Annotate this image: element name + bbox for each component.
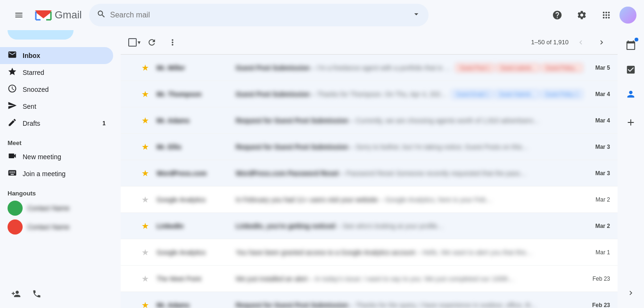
sidebar-item-drafts[interactable]: Drafts 1	[0, 115, 113, 132]
keyboard-icon	[8, 168, 17, 180]
hangout-contact-1[interactable]: Contact Name	[0, 199, 121, 218]
next-page-button[interactable]	[593, 34, 610, 51]
email-preview: – In today's issue: I want to say to you…	[309, 275, 515, 283]
collapse-panel-button[interactable]	[619, 282, 642, 304]
hangout-name-2: Contact Name	[27, 223, 69, 231]
prev-page-button[interactable]	[572, 34, 589, 51]
email-subject: Guest Post Submission	[236, 90, 310, 98]
email-subject: You have been granted access to a Google…	[236, 249, 415, 256]
email-tag: Guest Email 1	[452, 90, 493, 98]
sender-name: Mr. Adams	[157, 301, 232, 308]
email-preview: – Google Analytics, here is your Feb…	[380, 196, 493, 203]
settings-button[interactable]	[570, 4, 593, 26]
email-subject: In February you had 11+ users visit your…	[236, 196, 378, 203]
email-subject: Request for Guest Post Submission	[236, 301, 348, 308]
topbar: Gmail	[121, 0, 618, 30]
sidebar: Compose Inbox Starred Snoozed Sent	[0, 0, 121, 308]
content-area: Gmail	[121, 0, 618, 308]
tasks-panel-button[interactable]	[619, 58, 642, 81]
sender-name: Mr. Ellis	[157, 143, 232, 151]
email-preview: – See who's looking at your profile…	[337, 222, 444, 230]
email-row[interactable]: ★ WordPress.com WordPress.com Password R…	[121, 160, 618, 186]
more-options-button[interactable]	[163, 33, 182, 52]
email-subject: Guest Post Submission	[236, 64, 310, 72]
right-panel	[618, 0, 644, 308]
sender-name: Google Analytics	[157, 249, 232, 256]
contacts-panel-button[interactable]	[619, 83, 642, 105]
sender-name: Mr. Miller	[157, 64, 232, 72]
sidebar-item-new-meeting[interactable]: New meeting	[0, 148, 113, 165]
app-wrapper: Compose Inbox Starred Snoozed Sent	[0, 0, 644, 308]
add-people-button[interactable]	[8, 285, 25, 302]
apps-button[interactable]	[595, 4, 618, 26]
email-preview: – Sorry to bother, but I'm taking notice…	[350, 143, 529, 151]
sidebar-item-label: Inbox	[23, 52, 40, 59]
email-subject: Request for Guest Post Submission	[236, 143, 348, 151]
star-toggle[interactable]: ★	[141, 168, 153, 178]
sidebar-item-label: Snoozed	[23, 86, 49, 93]
hangout-avatar-1	[8, 201, 23, 216]
sidebar-item-snoozed[interactable]: Snoozed	[0, 81, 113, 98]
email-row[interactable]: ★ LinkedIn LinkedIn, you're getting noti…	[121, 213, 618, 239]
star-toggle[interactable]: ★	[141, 195, 153, 205]
select-all-check: ▾	[128, 38, 140, 47]
hangout-contact-2[interactable]: Contact Name	[0, 218, 121, 236]
sender-name: Google Analytics	[157, 196, 232, 203]
calendar-panel-button[interactable]	[619, 34, 642, 57]
search-input[interactable]	[121, 11, 408, 19]
sidebar-item-label: Join a meeting	[23, 170, 66, 178]
row-check	[128, 195, 138, 204]
select-chevron[interactable]: ▾	[138, 39, 140, 46]
sidebar-item-starred[interactable]: Starred	[0, 64, 113, 81]
star-toggle[interactable]: ★	[141, 142, 153, 152]
email-preview: – Currently, we are choosing agents wort…	[350, 117, 540, 124]
email-tag: Guest submit...	[496, 64, 539, 72]
sender-name: Mr. Thompson	[157, 90, 232, 98]
star-toggle[interactable]: ★	[141, 247, 153, 258]
email-row[interactable]: ★ Mr. Adams Request for Guest Post Submi…	[121, 107, 618, 134]
email-row[interactable]: ★ Mr. Ellis Request for Guest Post Submi…	[121, 134, 618, 160]
pagination: 1–50 of 1,910	[531, 34, 610, 51]
hangout-name-1: Contact Name	[27, 204, 69, 212]
email-row[interactable]: ★ Mr. Miller Guest Post Submission – I'm…	[121, 55, 618, 81]
sender-name: LinkedIn	[157, 222, 232, 230]
phone-button[interactable]	[28, 285, 45, 302]
refresh-button[interactable]	[142, 33, 161, 52]
hangout-avatar-2	[8, 219, 23, 235]
email-list-container: ▾ 1–50 of 1,910	[121, 30, 618, 308]
email-area: ▾ 1–50 of 1,910	[121, 30, 618, 308]
search-expand-icon[interactable]	[412, 9, 421, 21]
sidebar-item-sent[interactable]: Sent	[0, 98, 113, 115]
email-list: ★ Mr. Miller Guest Post Submission – I'm…	[121, 55, 618, 308]
star-toggle[interactable]: ★	[141, 115, 153, 126]
email-subject: WordPress.com Password Reset	[236, 170, 339, 177]
row-check	[128, 248, 138, 257]
star-toggle[interactable]: ★	[141, 274, 153, 284]
help-button[interactable]	[546, 4, 569, 26]
select-all-checkbox[interactable]	[128, 38, 137, 47]
meet-section-label: Meet	[0, 132, 121, 148]
email-row[interactable]: ★ Mr. Adams Request for Guest Post Submi…	[121, 292, 618, 308]
inbox-icon	[8, 50, 17, 62]
sidebar-item-label: Drafts	[23, 120, 40, 127]
row-check	[128, 222, 138, 230]
star-toggle[interactable]: ★	[141, 89, 153, 99]
email-date: Feb 23	[586, 276, 610, 282]
sidebar-item-inbox[interactable]: Inbox	[0, 47, 113, 64]
topbar-right	[546, 4, 618, 26]
snoozed-icon	[8, 84, 17, 96]
sidebar-item-label: Sent	[23, 103, 36, 110]
add-panel-button[interactable]	[619, 111, 642, 134]
sidebar-item-label: Starred	[23, 69, 44, 76]
email-row[interactable]: ★ Mr. Thompson Guest Post Submission – T…	[121, 81, 618, 107]
sidebar-item-join-meeting[interactable]: Join a meeting	[0, 165, 113, 182]
email-row[interactable]: ★ Google Analytics You have been granted…	[121, 239, 618, 266]
email-date: Mar 4	[586, 91, 610, 97]
star-toggle[interactable]: ★	[141, 221, 153, 231]
email-tag: Guest Submit...	[495, 90, 539, 98]
email-row[interactable]: ★ Google Analytics In February you had 1…	[121, 186, 618, 213]
email-row[interactable]: ★ The Meet Point We just installed an al…	[121, 266, 618, 292]
email-content: Request for Guest Post Submission – Curr…	[236, 117, 583, 124]
star-toggle[interactable]: ★	[141, 63, 153, 73]
star-toggle[interactable]: ★	[141, 300, 153, 308]
